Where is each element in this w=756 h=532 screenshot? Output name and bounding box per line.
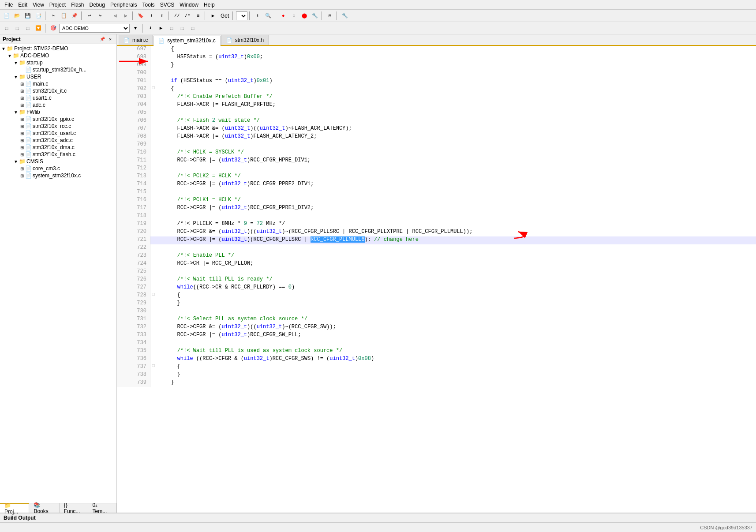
line-fold[interactable]	[150, 94, 156, 101]
paste-btn[interactable]: 📌	[70, 11, 79, 21]
line-code[interactable]: /*!< Wait till PLL is ready */	[156, 276, 756, 284]
uncomment-btn[interactable]: /*	[183, 11, 192, 21]
line-code[interactable]: RCC->CFGR |= (uint32_t)RCC_CFGR_HPRE_DIV…	[156, 157, 756, 165]
tree-expand-icon[interactable]: ⊞	[19, 131, 25, 136]
line-fold[interactable]	[150, 125, 156, 133]
line-code[interactable]: FLASH->ACR |= (uint32_t)FLASH_ACR_LATENC…	[156, 133, 756, 141]
project-dropdown[interactable]: ADC-DEMO	[59, 24, 130, 33]
tree-expand-icon[interactable]: ⊞	[19, 173, 25, 178]
t2-btn3[interactable]: ⬚	[23, 23, 33, 33]
undo-btn[interactable]: ↩	[85, 11, 94, 21]
line-code[interactable]: while((RCC->CR & RCC_CR_PLLRDY) == 0)	[156, 284, 756, 292]
line-fold[interactable]	[150, 117, 156, 125]
line-fold[interactable]	[150, 348, 156, 356]
tree-item[interactable]: ⊞📄system_stm32f10x.c	[1, 172, 116, 179]
project-pin-btn[interactable]: 📌	[99, 36, 106, 43]
line-fold[interactable]	[150, 46, 156, 54]
save-all-btn[interactable]: 📑	[34, 11, 43, 21]
line-fold[interactable]	[150, 332, 156, 340]
tree-expand-icon[interactable]: ⊞	[19, 145, 25, 150]
project-close-btn[interactable]: ✕	[107, 36, 114, 43]
load-btn[interactable]: ⬇	[253, 11, 262, 21]
line-fold[interactable]: □	[150, 292, 156, 300]
tree-item[interactable]: ⊞📄main.c	[1, 80, 116, 87]
line-fold[interactable]	[150, 276, 156, 284]
line-fold[interactable]	[150, 356, 156, 363]
tree-item[interactable]: ⊞📄stm32f10x_flash.c	[1, 151, 116, 158]
line-code[interactable]	[156, 213, 756, 221]
line-fold[interactable]	[150, 149, 156, 157]
t2-btn4[interactable]: 🔽	[34, 23, 43, 33]
menu-window[interactable]: Window	[177, 1, 201, 9]
tree-item[interactable]: ▼📁FWlib	[1, 109, 116, 116]
line-fold[interactable]	[150, 252, 156, 260]
line-fold[interactable]	[150, 268, 156, 276]
run-btn[interactable]: ●	[278, 11, 288, 21]
line-code[interactable]	[156, 189, 756, 197]
line-fold[interactable]	[150, 300, 156, 308]
line-fold[interactable]	[150, 371, 156, 379]
menu-view[interactable]: View	[30, 1, 47, 9]
line-code[interactable]: /*!< HCLK = SYSCLK */	[156, 149, 756, 157]
line-fold[interactable]	[150, 133, 156, 141]
settings-btn[interactable]: 🔧	[340, 11, 350, 21]
line-fold[interactable]	[150, 70, 156, 78]
line-fold[interactable]	[150, 379, 156, 387]
indent-btn[interactable]: ≡	[193, 11, 203, 21]
line-code[interactable]: }	[156, 379, 756, 387]
tree-item[interactable]: ▼📁startup	[1, 59, 116, 66]
tab-system-c[interactable]: 📄 system_stm32f10x.c	[153, 36, 220, 46]
line-code[interactable]: if (HSEStatus == (uint32_t)0x01)	[156, 78, 756, 86]
next-bookmark-btn[interactable]: ⬇	[146, 11, 156, 21]
step-btn[interactable]: ○	[289, 11, 299, 21]
line-code[interactable]: }	[156, 62, 756, 70]
line-fold[interactable]	[150, 165, 156, 173]
config-dropdown[interactable]	[236, 11, 247, 20]
line-code[interactable]: {	[156, 363, 756, 371]
t2-btn8[interactable]: ⬚	[167, 23, 176, 33]
line-fold[interactable]	[150, 78, 156, 86]
t2-btn5[interactable]: 🎯	[49, 23, 58, 33]
line-code[interactable]: {	[156, 292, 756, 300]
t2-btn2[interactable]: ⬚	[12, 23, 22, 33]
tree-expand-icon[interactable]: ⊞	[19, 138, 25, 143]
tree-expand-icon[interactable]: ⊞	[19, 82, 25, 86]
t2-btn6[interactable]: ⬇	[146, 23, 155, 33]
line-code[interactable]: /*!< PLLCLK = 8MHz * 9 = 72 MHz */	[156, 221, 756, 229]
bottom-tab-books[interactable]: 📚 Books	[29, 503, 59, 513]
menu-file[interactable]: File	[2, 1, 15, 9]
line-fold[interactable]	[150, 236, 156, 244]
comment-btn[interactable]: //	[172, 11, 182, 21]
line-code[interactable]: RCC->CFGR |= (uint32_t)RCC_CFGR_PPRE1_DI…	[156, 205, 756, 213]
tab-main-c[interactable]: 📄 main.c	[119, 35, 153, 45]
line-fold[interactable]	[150, 109, 156, 117]
tree-item[interactable]: ⊞📄stm32f10x_rcc.c	[1, 123, 116, 130]
line-fold[interactable]	[150, 229, 156, 236]
line-code[interactable]: RCC->CFGR |= (uint32_t)(RCC_CFGR_PLLSRC …	[156, 236, 756, 244]
bottom-tab-tem[interactable]: 0₄ Tem...	[88, 503, 116, 513]
line-code[interactable]	[156, 308, 756, 316]
new-btn[interactable]: 📄	[2, 11, 11, 21]
line-code[interactable]: RCC->CR |= RCC_CR_PLLON;	[156, 260, 756, 268]
tree-item[interactable]: ▼📁ADC-DEMO	[1, 52, 116, 59]
bottom-tab-proj[interactable]: 📁 Proj...	[0, 503, 29, 513]
line-code[interactable]: RCC->CFGR |= (uint32_t)RCC_CFGR_SW_PLL;	[156, 332, 756, 340]
line-code[interactable]	[156, 165, 756, 173]
line-fold[interactable]	[150, 141, 156, 149]
line-code[interactable]: FLASH->ACR |= FLASH_ACR_PRFTBE;	[156, 101, 756, 109]
line-fold[interactable]	[150, 340, 156, 348]
menu-tools[interactable]: Tools	[140, 1, 157, 9]
tree-item[interactable]: 📄startup_stm32f10x_h...	[1, 66, 116, 73]
line-fold[interactable]	[150, 260, 156, 268]
line-code[interactable]: HSEStatus = (uint32_t)0x00;	[156, 54, 756, 62]
tree-expand-icon[interactable]: ▼	[13, 159, 19, 164]
line-code[interactable]: {	[156, 46, 756, 54]
tree-item[interactable]: ⊞📄stm32f10x_it.c	[1, 87, 116, 94]
line-fold[interactable]	[150, 173, 156, 181]
line-code[interactable]	[156, 109, 756, 117]
line-code[interactable]	[156, 268, 756, 276]
t2-btn1[interactable]: ⬚	[2, 23, 11, 33]
tree-expand-icon[interactable]: ⊞	[19, 124, 25, 129]
prev-bookmark-btn[interactable]: ⬆	[157, 11, 167, 21]
bottom-tab-func[interactable]: {} Func...	[60, 503, 88, 513]
